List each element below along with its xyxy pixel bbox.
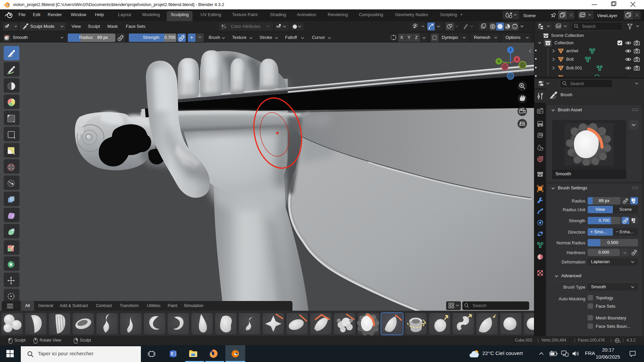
svg-text:Y: Y	[497, 59, 500, 63]
svg-text:1: 1	[620, 341, 621, 344]
svg-text:X: X	[516, 57, 518, 61]
svg-text:Z: Z	[509, 48, 512, 52]
